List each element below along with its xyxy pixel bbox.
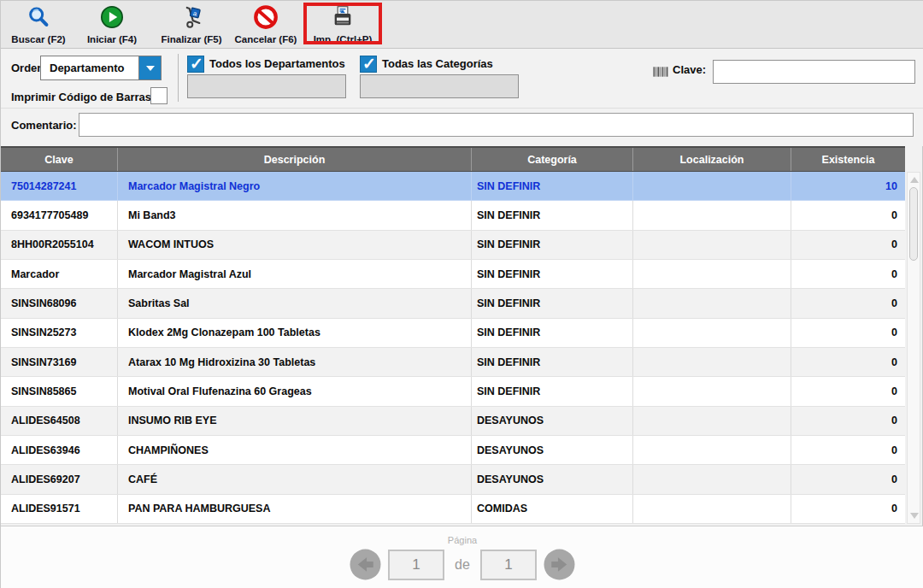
cell-existencia: 0: [791, 495, 905, 523]
cell-clave: 6934177705489: [1, 201, 118, 229]
handtruck-icon: a: [179, 4, 203, 30]
cell-localizacion: [633, 436, 791, 464]
table-row[interactable]: 8HH00R2055104 WACOM INTUOS SIN DEFINIR 0: [1, 231, 905, 260]
header-categoria[interactable]: Categoría: [472, 148, 633, 171]
cell-localizacion: [633, 289, 791, 317]
next-page-button[interactable]: [544, 549, 575, 580]
buscar-button[interactable]: Buscar (F2): [6, 3, 71, 47]
buscar-label: Buscar (F2): [11, 34, 65, 44]
cell-existencia: 0: [791, 407, 905, 435]
table-row[interactable]: SINSIN68096 Sabritas Sal SIN DEFINIR 0: [1, 289, 905, 318]
play-icon: [100, 4, 124, 30]
imprimir-codigo-checkbox[interactable]: [150, 87, 168, 104]
table-row[interactable]: ALIDES63946 CHAMPIÑONES DESAYUNOS 0: [1, 436, 905, 465]
filter-panel: Orden: Departamento Imprimir Código de B…: [1, 49, 923, 146]
cell-categoria: SIN DEFINIR: [472, 377, 633, 405]
cell-descripcion: Mi Band3: [118, 201, 472, 229]
finalizar-button[interactable]: a Finalizar (F5): [155, 3, 228, 47]
table-row[interactable]: 75014287241 Marcador Magistral Negro SIN…: [1, 172, 905, 201]
pagination-bar: Página de: [1, 526, 923, 588]
cancelar-button[interactable]: Cancelar (F6): [232, 3, 300, 47]
clave-label: Clave:: [673, 63, 706, 76]
cell-clave: ALIDES91571: [1, 495, 118, 523]
cell-categoria: SIN DEFINIR: [472, 231, 633, 259]
header-existencia[interactable]: Existencia: [791, 148, 905, 171]
orden-dropdown-value: Departamento: [41, 56, 138, 79]
cell-descripcion: Motival Oral Flufenazina 60 Grageas: [118, 377, 472, 405]
cell-categoria: SIN DEFINIR: [472, 319, 633, 347]
barcode-icon: [653, 65, 669, 80]
cell-descripcion: WACOM INTUOS: [118, 231, 472, 259]
cell-descripcion: Sabritas Sal: [118, 289, 472, 317]
cell-descripcion: CHAMPIÑONES: [118, 436, 472, 464]
inventory-app-window: Buscar (F2) Iniciar (F4) a Finalizar (F: [0, 0, 923, 588]
table-row[interactable]: SINSIN85865 Motival Oral Flufenazina 60 …: [1, 377, 905, 406]
cell-categoria: SIN DEFINIR: [472, 260, 633, 288]
cell-descripcion: Marcador Magistral Negro: [118, 172, 472, 200]
total-pages-input[interactable]: [480, 550, 537, 580]
table-row[interactable]: SINSIN73169 Atarax 10 Mg Hidroxizina 30 …: [1, 348, 905, 377]
table-scrollbar[interactable]: [907, 172, 920, 524]
scroll-down-arrow-icon[interactable]: [910, 513, 919, 519]
table-row[interactable]: SINSIN25273 Klodex 2Mg Clonazepam 100 Ta…: [1, 319, 905, 348]
scroll-up-arrow-icon[interactable]: [910, 177, 919, 183]
comentario-input[interactable]: [79, 113, 914, 137]
clave-input[interactable]: [713, 60, 915, 84]
todas-categorias-checkbox[interactable]: [360, 56, 377, 73]
cell-localizacion: [633, 465, 791, 493]
cell-existencia: 0: [791, 465, 905, 493]
cell-localizacion: [633, 319, 791, 347]
iniciar-button[interactable]: Iniciar (F4): [80, 3, 144, 47]
cell-existencia: 0: [791, 348, 905, 376]
header-clave[interactable]: Clave: [1, 148, 118, 171]
cell-localizacion: [633, 231, 791, 259]
todos-departamentos-checkbox[interactable]: [187, 56, 204, 73]
scrollbar-thumb[interactable]: [909, 187, 918, 261]
cell-clave: ALIDES63946: [1, 436, 118, 464]
todos-departamentos-label: Todos los Departamentos: [209, 57, 345, 70]
cell-localizacion: [633, 260, 791, 288]
cell-clave: ALIDES64508: [1, 407, 118, 435]
header-localizacion[interactable]: Localización: [633, 148, 791, 171]
table-row[interactable]: ALIDES91571 PAN PARA HAMBURGUESA COMIDAS…: [1, 495, 905, 524]
cell-existencia: 0: [791, 289, 905, 317]
cell-descripcion: INSUMO RIB EYE: [118, 407, 472, 435]
header-descripcion[interactable]: Descripción: [118, 148, 472, 171]
table-row[interactable]: 6934177705489 Mi Band3 SIN DEFINIR 0: [1, 201, 905, 230]
table-row[interactable]: ALIDES69207 CAFÉ DESAYUNOS 0: [1, 465, 905, 494]
search-icon: [26, 4, 50, 30]
table-row[interactable]: ALIDES64508 INSUMO RIB EYE DESAYUNOS 0: [1, 407, 905, 436]
current-page-input[interactable]: [388, 550, 444, 580]
cell-clave: SINSIN85865: [1, 377, 118, 405]
cell-existencia: 10: [791, 172, 905, 200]
cell-localizacion: [633, 377, 791, 405]
cell-existencia: 0: [791, 260, 905, 288]
cell-clave: Marcador: [1, 260, 118, 288]
imprimir-label: Imp. (Ctrl+P): [314, 34, 373, 44]
cell-categoria: COMIDAS: [472, 495, 633, 523]
table-body: 75014287241 Marcador Magistral Negro SIN…: [1, 172, 905, 524]
todas-categorias-label: Todas las Categorías: [382, 57, 493, 70]
chevron-down-icon[interactable]: [138, 56, 161, 79]
cell-categoria: DESAYUNOS: [472, 465, 633, 493]
cell-localizacion: [633, 201, 791, 229]
iniciar-label: Iniciar (F4): [87, 34, 137, 44]
cell-categoria: SIN DEFINIR: [472, 201, 633, 229]
cancelar-label: Cancelar (F6): [235, 34, 297, 44]
cell-localizacion: [633, 495, 791, 523]
cell-localizacion: [633, 348, 791, 376]
vertical-separator: [178, 54, 179, 102]
previous-page-button[interactable]: [350, 549, 381, 580]
comentario-label: Comentario:: [11, 119, 77, 132]
cell-descripcion: Atarax 10 Mg Hidroxizina 30 Tabletas: [118, 348, 472, 376]
cell-categoria: SIN DEFINIR: [472, 172, 633, 200]
table-header: Clave Descripción Categoría Localización…: [1, 146, 905, 172]
orden-dropdown[interactable]: Departamento: [40, 56, 162, 80]
cell-descripcion: CAFÉ: [118, 465, 472, 493]
cell-localizacion: [633, 172, 791, 200]
categoria-field: [360, 74, 519, 98]
table-row[interactable]: Marcador Marcador Magistral Azul SIN DEF…: [1, 260, 905, 289]
imprimir-button[interactable]: Imp. (Ctrl+P): [307, 3, 379, 47]
pagina-label: Página: [1, 535, 923, 545]
toolbar: Buscar (F2) Iniciar (F4) a Finalizar (F: [1, 1, 923, 49]
